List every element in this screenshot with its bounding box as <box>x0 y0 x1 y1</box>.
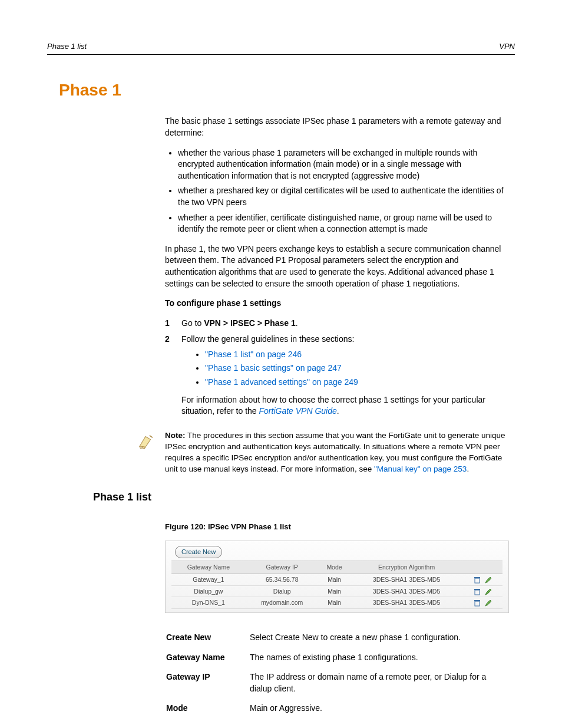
intro-paragraph: The basic phase 1 settings associate IPS… <box>165 116 509 139</box>
delete-icon[interactable] <box>474 577 481 584</box>
table-header-row: Gateway Name Gateway IP Mode Encryption … <box>171 561 503 574</box>
desc-row: Gateway Name The names of existing phase… <box>166 652 508 671</box>
note-icon <box>47 430 165 452</box>
desc-text: The IP address or domain name of a remot… <box>250 671 508 701</box>
xref-link[interactable]: "Phase 1 advanced settings" on page 249 <box>205 377 358 387</box>
table-row: Dyn-DNS_1 mydomain.com Main 3DES-SHA1 3D… <box>171 597 503 609</box>
desc-text: The names of existing phase 1 configurat… <box>250 652 508 671</box>
step-2: 2 Follow the general guidelines in these… <box>165 334 509 426</box>
col-header: Encryption Algorithm <box>350 561 462 574</box>
desc-label: Gateway Name <box>166 652 249 671</box>
cell-mode: Main <box>319 574 351 585</box>
cell-actions <box>463 574 503 585</box>
step-text: . <box>296 318 298 328</box>
desc-row: Create New Select Create New to create a… <box>166 632 508 651</box>
cell-actions <box>463 597 503 609</box>
cell-name: Gateway_1 <box>171 574 246 585</box>
text: . <box>337 406 339 416</box>
note-body: Note: The procedures in this section ass… <box>165 430 509 475</box>
desc-row: Gateway IP The IP address or domain name… <box>166 671 508 701</box>
section-heading: Phase 1 list <box>93 490 515 505</box>
desc-label: Gateway IP <box>166 671 249 701</box>
col-header: Mode <box>319 561 351 574</box>
cell-alg: 3DES-SHA1 3DES-MD5 <box>350 585 462 597</box>
header-left: Phase 1 list <box>47 41 87 52</box>
edit-icon[interactable] <box>485 599 492 607</box>
note-label: Note: <box>165 431 186 440</box>
note-block: Note: The procedures in this section ass… <box>47 430 515 475</box>
step-link-list: "Phase 1 list" on page 246 "Phase 1 basi… <box>205 349 509 388</box>
step-number: 2 <box>165 334 181 426</box>
svg-rect-5 <box>475 601 480 606</box>
svg-rect-3 <box>475 590 480 595</box>
guide-link[interactable]: FortiGate VPN Guide <box>259 406 337 416</box>
step-text: Follow the general guidelines in these s… <box>181 334 354 344</box>
description-table: Create New Select Create New to create a… <box>165 631 509 723</box>
intro-bullet: whether a preshared key or digital certi… <box>178 185 509 208</box>
create-new-button[interactable]: Create New <box>175 546 222 558</box>
xref-link[interactable]: "Manual key" on page 253 <box>374 465 467 473</box>
svg-rect-4 <box>474 589 480 590</box>
step-after-text: For information about how to choose the … <box>181 394 509 417</box>
table-row: Dialup_gw Dialup Main 3DES-SHA1 3DES-MD5 <box>171 585 503 597</box>
intro-bullet-list: whether the various phase 1 parameters w… <box>178 147 509 235</box>
cell-mode: Main <box>319 597 351 609</box>
col-header: Gateway IP <box>246 561 319 574</box>
desc-row: Mode Main or Aggressive. <box>166 703 508 722</box>
cell-ip: Dialup <box>246 585 319 597</box>
header-right: VPN <box>499 41 515 52</box>
cell-actions <box>463 585 503 597</box>
nav-path: VPN > IPSEC > Phase 1 <box>204 318 296 328</box>
edit-icon[interactable] <box>485 588 492 595</box>
xref-link[interactable]: "Phase 1 list" on page 246 <box>205 350 302 359</box>
figure-caption: Figure 120: IPSec VPN Phase 1 list <box>165 522 509 532</box>
delete-icon[interactable] <box>474 599 481 607</box>
cell-ip: mydomain.com <box>246 597 319 609</box>
intro-bullet: whether a peer identifier, certificate d… <box>178 212 509 235</box>
svg-rect-6 <box>474 600 480 601</box>
delete-icon[interactable] <box>474 588 481 595</box>
cell-name: Dialup_gw <box>171 585 246 597</box>
step-number: 1 <box>165 318 181 330</box>
desc-label: Mode <box>166 703 249 722</box>
cell-name: Dyn-DNS_1 <box>171 597 246 609</box>
cell-alg: 3DES-SHA1 3DES-MD5 <box>350 597 462 609</box>
page-header: Phase 1 list VPN <box>47 41 515 55</box>
intro-bullet: whether the various phase 1 parameters w… <box>178 147 509 182</box>
step-body: Go to VPN > IPSEC > Phase 1. <box>181 318 509 330</box>
desc-text: Main or Aggressive. <box>250 703 508 722</box>
body-paragraph: In phase 1, the two VPN peers exchange k… <box>165 243 509 289</box>
desc-label: Create New <box>166 632 249 651</box>
desc-text: Select Create New to create a new phase … <box>250 632 508 651</box>
screenshot-figure: Create New Gateway Name Gateway IP Mode … <box>165 541 509 613</box>
col-header <box>463 561 503 574</box>
step-body: Follow the general guidelines in these s… <box>181 334 509 426</box>
configure-heading: To configure phase 1 settings <box>165 298 509 309</box>
phase1-table: Gateway Name Gateway IP Mode Encryption … <box>171 561 503 609</box>
note-text: . <box>467 465 469 473</box>
cell-mode: Main <box>319 585 351 597</box>
table-row: Gateway_1 65.34.56.78 Main 3DES-SHA1 3DE… <box>171 574 503 585</box>
step-1: 1 Go to VPN > IPSEC > Phase 1. <box>165 318 509 330</box>
svg-rect-2 <box>474 577 480 578</box>
cell-ip: 65.34.56.78 <box>246 574 319 585</box>
xref-link[interactable]: "Phase 1 basic settings" on page 247 <box>205 363 342 373</box>
col-header: Gateway Name <box>171 561 246 574</box>
svg-rect-1 <box>475 578 480 583</box>
cell-alg: 3DES-SHA1 3DES-MD5 <box>350 574 462 585</box>
step-text: Go to <box>181 318 204 328</box>
page-title: Phase 1 <box>59 78 515 101</box>
edit-icon[interactable] <box>485 577 492 584</box>
